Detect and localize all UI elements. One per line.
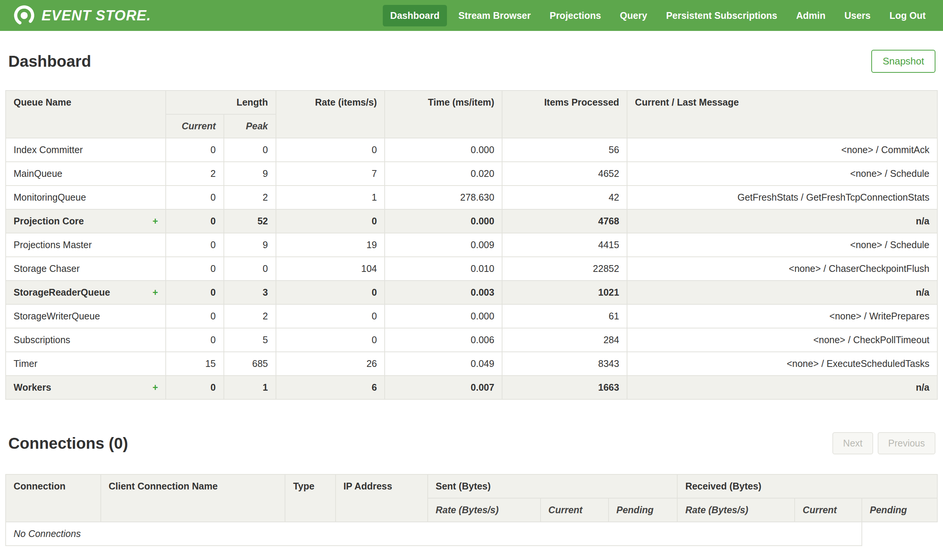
queue-name-cell: StorageWriterQueue xyxy=(6,304,166,328)
queue-name-cell: Workers + xyxy=(6,375,166,399)
queue-current-cell: 0 xyxy=(166,209,224,233)
empty-tail-cell xyxy=(862,522,937,546)
queue-current-cell: 2 xyxy=(166,162,224,186)
queue-name-cell: Projections Master xyxy=(6,233,166,257)
connections-section-header: Connections (0) Next Previous xyxy=(5,432,938,454)
queue-group-row: Workers + 0 1 6 0.007 1663 n/a xyxy=(6,375,937,399)
queue-peak-cell: 52 xyxy=(224,209,276,233)
col-sent-bytes: Sent (Bytes) xyxy=(428,474,677,498)
col-ip-address: IP Address xyxy=(336,474,428,522)
queue-name: Workers xyxy=(14,382,51,393)
queue-current-cell: 0 xyxy=(166,280,224,304)
queue-time-cell: 0.003 xyxy=(385,280,502,304)
queue-time-cell: 0.049 xyxy=(385,352,502,375)
queue-current-cell: 0 xyxy=(166,375,224,399)
col-received-bytes: Received (Bytes) xyxy=(677,474,937,498)
queue-rate-cell: 0 xyxy=(276,280,385,304)
queue-row: Index Committer 0 0 0 0.000 56 <none> / … xyxy=(6,138,937,162)
connections-pager: Next Previous xyxy=(832,432,935,454)
queues-header-row: Queue Name Length Rate (items/s) Time (m… xyxy=(6,91,937,114)
nav-item-persistent-subscriptions[interactable]: Persistent Subscriptions xyxy=(658,5,785,26)
queue-current-cell: 0 xyxy=(166,233,224,257)
connections-title: Connections (0) xyxy=(8,434,128,452)
col-length-peak: Peak xyxy=(224,114,276,138)
queue-name-cell: MainQueue xyxy=(6,162,166,186)
queues-table-header: Queue Name Length Rate (items/s) Time (m… xyxy=(6,91,937,138)
connections-table: Connection Client Connection Name Type I… xyxy=(5,474,938,546)
queue-rate-cell: 104 xyxy=(276,257,385,280)
queue-rate-cell: 0 xyxy=(276,304,385,328)
queue-time-cell: 278.630 xyxy=(385,186,502,209)
nav-item-dashboard[interactable]: Dashboard xyxy=(383,5,448,26)
queue-peak-cell: 3 xyxy=(224,280,276,304)
eventstore-logo[interactable]: EVENT STORE. xyxy=(13,4,151,27)
queue-items-cell: 42 xyxy=(502,186,627,209)
nav-item-projections[interactable]: Projections xyxy=(542,5,608,26)
nav-item-query[interactable]: Query xyxy=(612,5,654,26)
queue-peak-cell: 0 xyxy=(224,138,276,162)
queue-row: StorageWriterQueue 0 2 0 0.000 61 <none>… xyxy=(6,304,937,328)
queue-message-cell: <none> / Schedule xyxy=(627,162,937,186)
queue-rate-cell: 19 xyxy=(276,233,385,257)
queue-time-cell: 0.006 xyxy=(385,328,502,352)
snapshot-button[interactable]: Snapshot xyxy=(871,50,935,73)
queue-peak-cell: 2 xyxy=(224,304,276,328)
next-button[interactable]: Next xyxy=(832,432,873,454)
expand-plus-icon[interactable]: + xyxy=(153,216,158,227)
nav-item-logout[interactable]: Log Out xyxy=(882,5,933,26)
queue-message-cell: <none> / CheckPollTimeout xyxy=(627,328,937,352)
col-type: Type xyxy=(285,474,335,522)
queue-rate-cell: 26 xyxy=(276,352,385,375)
queue-row: Timer 15 685 26 0.049 8343 <none> / Exec… xyxy=(6,352,937,375)
no-connections-message: No Connections xyxy=(6,522,862,546)
queue-time-cell: 0.007 xyxy=(385,375,502,399)
col-time: Time (ms/item) xyxy=(385,91,502,138)
queue-peak-cell: 9 xyxy=(224,233,276,257)
col-length-current: Current xyxy=(166,114,224,138)
queue-rate-cell: 0 xyxy=(276,328,385,352)
queue-rate-cell: 1 xyxy=(276,186,385,209)
queue-peak-cell: 5 xyxy=(224,328,276,352)
queue-rate-cell: 6 xyxy=(276,375,385,399)
queue-name-cell: Projection Core + xyxy=(6,209,166,233)
expand-plus-icon[interactable]: + xyxy=(153,287,158,298)
queue-rate-cell: 7 xyxy=(276,162,385,186)
queue-peak-cell: 2 xyxy=(224,186,276,209)
top-navbar: EVENT STORE. Dashboard Stream Browser Pr… xyxy=(0,0,943,31)
queue-peak-cell: 685 xyxy=(224,352,276,375)
previous-button[interactable]: Previous xyxy=(878,432,935,454)
expand-plus-icon[interactable]: + xyxy=(153,382,158,393)
queue-row: MainQueue 2 9 7 0.020 4652 <none> / Sche… xyxy=(6,162,937,186)
brand-text: EVENT STORE. xyxy=(42,8,151,24)
queue-rate-cell: 0 xyxy=(276,209,385,233)
queue-current-cell: 0 xyxy=(166,138,224,162)
queue-current-cell: 0 xyxy=(166,257,224,280)
queue-current-cell: 0 xyxy=(166,304,224,328)
queue-peak-cell: 9 xyxy=(224,162,276,186)
connections-header-row: Connection Client Connection Name Type I… xyxy=(6,474,937,498)
col-queue-name: Queue Name xyxy=(6,91,166,138)
col-client-connection-name: Client Connection Name xyxy=(101,474,286,522)
col-sent-current: Current xyxy=(540,498,608,522)
col-received-current: Current xyxy=(795,498,862,522)
queue-row: Storage Chaser 0 0 104 0.010 22852 <none… xyxy=(6,257,937,280)
queue-message-cell: <none> / ChaserCheckpointFlush xyxy=(627,257,937,280)
queue-time-cell: 0.000 xyxy=(385,138,502,162)
queue-message-cell: <none> / CommitAck xyxy=(627,138,937,162)
queue-name: StorageReaderQueue xyxy=(14,287,110,298)
nav-item-users[interactable]: Users xyxy=(837,5,878,26)
queue-items-cell: 56 xyxy=(502,138,627,162)
queue-time-cell: 0.020 xyxy=(385,162,502,186)
queue-current-cell: 0 xyxy=(166,186,224,209)
nav-item-stream-browser[interactable]: Stream Browser xyxy=(451,5,538,26)
col-sent-rate: Rate (Bytes/s) xyxy=(428,498,540,522)
nav-item-admin[interactable]: Admin xyxy=(789,5,833,26)
queue-time-cell: 0.010 xyxy=(385,257,502,280)
queue-group-row: StorageReaderQueue + 0 3 0 0.003 1021 n/… xyxy=(6,280,937,304)
queue-name-cell: StorageReaderQueue + xyxy=(6,280,166,304)
queue-items-cell: 1021 xyxy=(502,280,627,304)
queue-items-cell: 1663 xyxy=(502,375,627,399)
queue-items-cell: 8343 xyxy=(502,352,627,375)
col-length: Length xyxy=(166,91,276,114)
queue-message-cell: n/a xyxy=(627,209,937,233)
